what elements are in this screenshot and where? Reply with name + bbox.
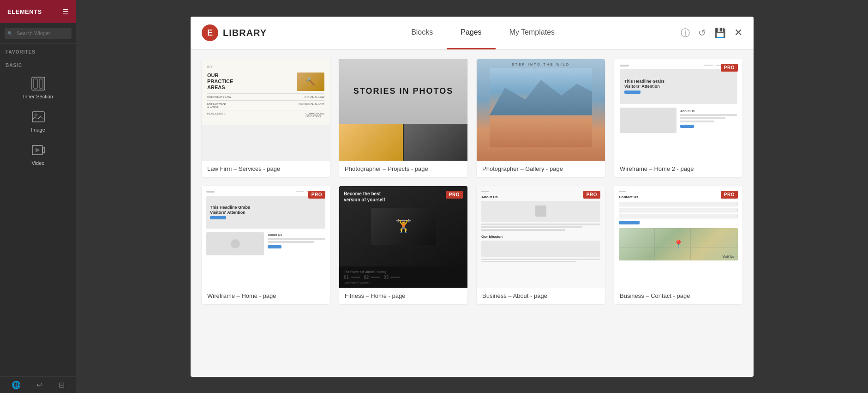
section-label-favorites: FAVORITES	[0, 44, 76, 57]
template-preview-law-firm: BY OURPRACTICEAREAS 🔨 CORPORATE LAWCRIMI…	[202, 59, 330, 161]
template-label-wireframe-home2: Wireframe – Home 2 - page	[614, 161, 742, 177]
elementor-logo-icon: E	[202, 24, 218, 41]
template-label-photographer-projects: Photographer – Projects - page	[339, 161, 467, 177]
video-icon	[30, 142, 47, 158]
template-label-photographer-gallery: Photographer – Gallery - page	[477, 161, 605, 177]
pro-badge-contact: PRO	[721, 191, 738, 199]
modal-overlay: E LIBRARY Blocks Pages My Templates	[76, 0, 868, 393]
template-preview-about: PRO About Us	[477, 186, 605, 288]
svg-rect-1	[34, 79, 37, 88]
template-label-wireframe2: Wireframe – Home - page	[202, 288, 330, 304]
modal-body: BY OURPRACTICEAREAS 🔨 CORPORATE LAWCRIMI…	[191, 50, 754, 377]
widget-image-label: Image	[31, 127, 45, 133]
pro-badge-about: PRO	[583, 191, 600, 199]
template-card-law-firm[interactable]: BY OURPRACTICEAREAS 🔨 CORPORATE LAWCRIMI…	[202, 59, 330, 177]
globe-icon[interactable]: 🌐	[12, 381, 21, 389]
template-label-about: Business – About - page	[477, 288, 605, 304]
template-card-wireframe2[interactable]: PRO This Headline GrabsVisitors	[202, 186, 330, 304]
tab-blocks[interactable]: Blocks	[397, 17, 447, 50]
tab-pages[interactable]: Pages	[447, 17, 495, 50]
template-grid: BY OURPRACTICEAREAS 🔨 CORPORATE LAWCRIMI…	[202, 59, 742, 304]
template-card-photographer-gallery[interactable]: STEP INTO THE WILD Photographer – Galler…	[477, 59, 605, 177]
template-preview-wireframe2: PRO This Headline GrabsVisitors	[202, 186, 330, 288]
template-card-wireframe-home2[interactable]: PRO This Headline GrabsVisitors	[614, 59, 742, 177]
save-icon[interactable]: 💾	[714, 27, 726, 38]
pro-badge-wireframe2: PRO	[308, 191, 325, 199]
tab-my-templates[interactable]: My Templates	[496, 17, 569, 50]
widget-video[interactable]: Video	[0, 137, 76, 170]
svg-marker-6	[36, 148, 40, 152]
template-preview-wireframe-home2: PRO This Headline GrabsVisitors	[614, 59, 742, 161]
template-preview-photographer-projects: STORIES IN PHOTOS	[339, 59, 467, 161]
template-preview-photographer-gallery: STEP INTO THE WILD	[477, 59, 605, 161]
image-icon	[30, 109, 47, 125]
svg-rect-2	[39, 79, 43, 88]
widget-image[interactable]: Image	[0, 104, 76, 137]
close-button[interactable]: ✕	[734, 27, 742, 39]
sidebar-title: ELEMENTS	[7, 8, 42, 15]
inner-section-icon	[30, 75, 47, 92]
library-modal: E LIBRARY Blocks Pages My Templates	[191, 17, 754, 377]
undo-icon[interactable]: ↩	[36, 381, 42, 389]
modal-logo: E LIBRARY	[202, 24, 267, 41]
template-label-law-firm: Law Firm – Services - page	[202, 161, 330, 177]
svg-point-4	[35, 114, 37, 116]
info-icon[interactable]: ⓘ	[681, 27, 690, 39]
sidebar-header: ELEMENTS ☰	[0, 0, 76, 23]
widget-video-label: Video	[32, 160, 45, 166]
modal-header: E LIBRARY Blocks Pages My Templates	[191, 17, 754, 50]
sidebar: ELEMENTS ☰ FAVORITES BASIC Inner Section…	[0, 0, 76, 393]
sidebar-search-wrap	[0, 23, 76, 44]
library-title: LIBRARY	[223, 28, 267, 38]
section-label-basic: BASIC	[0, 57, 76, 71]
widget-inner-section-label: Inner Section	[23, 94, 53, 99]
main-area: E LIBRARY Blocks Pages My Templates	[76, 0, 868, 393]
history-icon[interactable]: ⊟	[59, 381, 65, 389]
template-card-about[interactable]: PRO About Us	[477, 186, 605, 304]
template-card-photographer-projects[interactable]: STORIES IN PHOTOS Photographer – Project…	[339, 59, 467, 177]
pro-badge-fitness: PRO	[446, 191, 463, 199]
widget-inner-section[interactable]: Inner Section	[0, 71, 76, 104]
template-card-contact[interactable]: PRO Contact Us	[614, 186, 742, 304]
modal-actions: ⓘ ↺ 💾 ✕	[681, 27, 742, 39]
template-card-fitness[interactable]: PRO 🏋️	[339, 186, 467, 304]
hamburger-icon[interactable]: ☰	[62, 7, 69, 16]
template-label-contact: Business – Contact - page	[614, 288, 742, 304]
refresh-icon[interactable]: ↺	[698, 27, 706, 38]
svg-rect-3	[32, 112, 44, 122]
template-label-fitness: Fitness – Home - page	[339, 288, 467, 304]
modal-tabs: Blocks Pages My Templates	[285, 17, 681, 50]
search-input[interactable]	[5, 28, 72, 39]
template-preview-fitness: PRO 🏋️	[339, 186, 467, 288]
pro-badge-wireframe: PRO	[721, 64, 738, 72]
template-preview-contact: PRO Contact Us	[614, 186, 742, 288]
sidebar-bottom-bar: 🌐 ↩ ⊟	[0, 376, 76, 393]
